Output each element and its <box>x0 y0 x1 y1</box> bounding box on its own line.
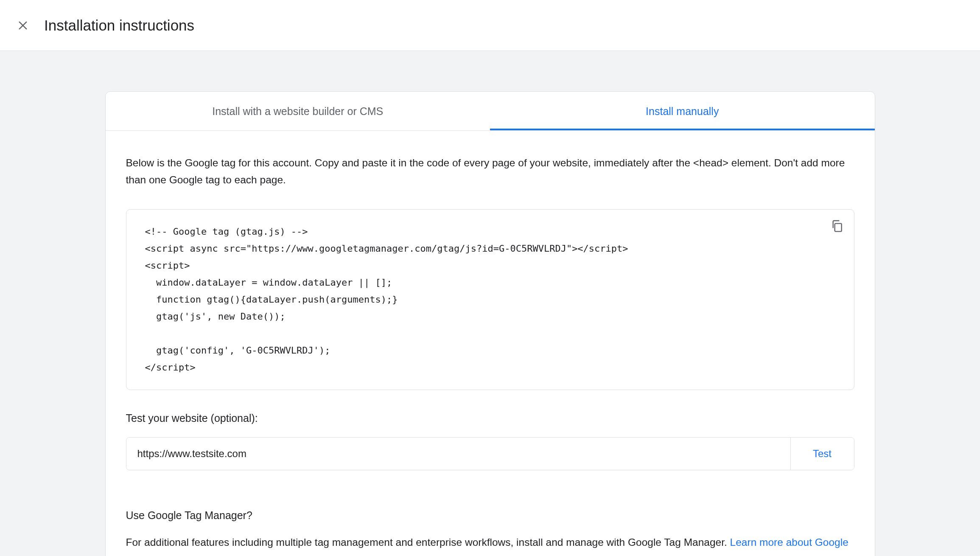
copy-icon <box>830 219 844 233</box>
test-website-row: Test <box>126 437 854 470</box>
svg-rect-2 <box>834 224 841 232</box>
tab-panel-manual: Below is the Google tag for this account… <box>106 131 875 556</box>
gtm-body: For additional features including multip… <box>126 534 854 556</box>
code-snippet-text: <!-- Google tag (gtag.js) --> <script as… <box>145 223 835 376</box>
close-button[interactable] <box>17 20 29 31</box>
close-icon <box>17 20 29 31</box>
test-button[interactable]: Test <box>790 438 854 470</box>
instructions-text: Below is the Google tag for this account… <box>126 154 854 189</box>
main-card: Install with a website builder or CMS In… <box>105 91 875 556</box>
gtm-heading: Use Google Tag Manager? <box>126 509 854 522</box>
tab-install-manually[interactable]: Install manually <box>490 92 875 130</box>
test-url-input[interactable] <box>126 438 790 470</box>
tab-bar: Install with a website builder or CMS In… <box>106 92 875 131</box>
content-wrapper: Install with a website builder or CMS In… <box>0 51 980 556</box>
code-snippet-box: <!-- Google tag (gtag.js) --> <script as… <box>126 209 854 390</box>
gtm-body-text: For additional features including multip… <box>126 536 730 548</box>
tab-website-builder[interactable]: Install with a website builder or CMS <box>106 92 490 130</box>
dialog-title: Installation instructions <box>44 17 194 34</box>
copy-button[interactable] <box>829 217 846 234</box>
test-section-label: Test your website (optional): <box>126 412 854 424</box>
dialog-header: Installation instructions <box>0 0 980 51</box>
